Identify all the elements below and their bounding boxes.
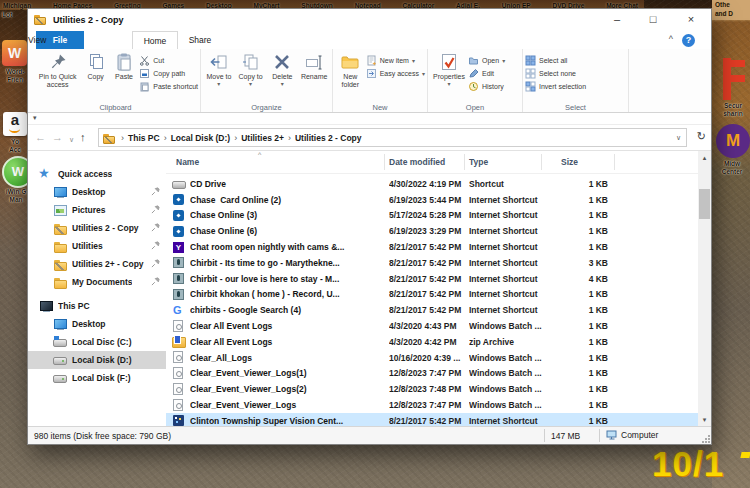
crumb-separator: › [288,133,291,143]
table-row[interactable]: CD Drive 4/30/2022 4:19 PM Shortcut 1 KB [166,176,698,192]
easy-access-button[interactable]: Easy access▾ [366,67,425,80]
help-icon[interactable]: ? [682,34,695,47]
customize-toolbar-icon[interactable]: ▾ [33,114,37,122]
amazon-icon[interactable] [3,112,27,136]
delete-button[interactable]: Delete▾ [267,51,299,89]
sidebar-item[interactable]: Pictures [28,201,166,219]
rename-button[interactable]: Rename [298,51,330,81]
paste-button[interactable]: Paste [109,51,139,81]
column-header-type[interactable]: Type [469,157,488,167]
table-row[interactable]: Chirbit khokan ( home ) - Record, U... 8… [166,287,698,303]
sidebar-item[interactable]: Local Disk (D:) [28,351,166,369]
new-folder-button[interactable]: New folder [335,51,366,90]
collapse-ribbon-icon[interactable]: ^ [669,34,673,44]
desktop-corner-label[interactable]: Othe and D [712,0,750,20]
group-label-clipboard: Clipboard [31,103,200,112]
words-with-friends-icon[interactable] [2,40,27,66]
file-date-modified: 8/21/2017 5:42 PM [389,242,469,252]
scroll-down-icon[interactable]: ▾ [698,413,711,426]
ribbon-tab[interactable]: Share [178,31,222,49]
sidebar-item[interactable]: Quick access [28,165,166,183]
column-divider[interactable] [384,154,385,170]
sidebar-item[interactable]: My Documents [28,273,166,291]
address-bar[interactable]: › This PC › Local Disk (D:) › [98,128,687,147]
column-divider[interactable] [541,154,542,170]
copy-path-button[interactable]: Copy path [139,67,198,80]
select-all-button[interactable]: Select all [525,54,586,67]
table-row[interactable]: Clear_Event_Viewer_Logs(1) 12/8/2023 7:4… [166,366,698,382]
file-icon [172,304,185,317]
recent-locations-icon[interactable]: ∨ [69,133,74,147]
table-row[interactable]: Chirbit - our love is here to stay - M..… [166,271,698,287]
open-button[interactable]: Open▾ [468,54,505,67]
titlebar[interactable]: Utilities 2 - Copy – □ × [28,9,711,31]
table-row[interactable]: Chat room open nightly with cams &... 8/… [166,239,698,255]
table-row[interactable]: Clear_All_Logs 10/16/2020 4:39 ... Windo… [166,350,698,366]
sidebar-item[interactable]: Utilities 2 - Copy [28,219,166,237]
properties-button[interactable]: Properties▾ [430,51,468,89]
properties-icon [439,52,459,72]
desktop-partial-label[interactable]: Lot [2,11,12,19]
back-button[interactable]: ← [35,130,46,144]
edit-button[interactable]: Edit [468,67,505,80]
copy-button[interactable]: Copy [82,51,109,81]
secure-sharing-icon[interactable] [723,58,750,100]
midway-icon[interactable] [716,124,750,158]
file-size: 1 KB [544,179,608,189]
group-label-select: Select [523,103,628,112]
vertical-scrollbar[interactable]: ▴ ▾ [698,151,711,426]
table-row[interactable]: Clear All Event Logs 4/3/2020 4:43 PM Wi… [166,318,698,334]
forward-button[interactable]: → [52,130,63,144]
breadcrumb-item[interactable]: This PC › [128,133,171,143]
scroll-up-icon[interactable]: ▴ [698,151,711,164]
table-row[interactable]: Chirbit - Its time to go - Marythekne...… [166,255,698,271]
table-row[interactable]: Clear All Event Logs 4/3/2020 4:42 PM zi… [166,334,698,350]
column-header-size[interactable]: Size [561,157,578,167]
sidebar-item[interactable]: Local Disk (F:) [28,369,166,387]
table-row[interactable]: chirbits - Google Search (4) 8/21/2017 5… [166,302,698,318]
sidebar-item[interactable]: Utilities 2+ - Copy [28,255,166,273]
select-none-button[interactable]: Select none [525,67,586,80]
sidebar-item[interactable]: Local Disc (C:) [28,333,166,351]
address-dropdown-icon[interactable]: ∨ [676,134,681,142]
column-divider[interactable] [614,154,615,170]
resize-grip[interactable] [702,435,710,443]
history-button[interactable]: History [468,80,505,93]
column-header-name[interactable]: Name [176,157,199,167]
table-row[interactable]: Clinton Township Super Vision Cent... 8/… [166,413,698,426]
table-row[interactable]: Chase Online (3) 5/17/2024 5:28 PM Inter… [166,208,698,224]
sidebar-item[interactable]: This PC [28,297,166,315]
file-name: Chat room open nightly with cams &... [190,242,382,252]
maximize-button[interactable]: □ [635,9,671,30]
up-button[interactable]: ↑ [80,130,86,144]
scrollbar-thumb[interactable] [699,189,710,219]
minimize-button[interactable]: – [599,9,635,30]
table-row[interactable]: Clear_Event_Viewer_Logs 12/8/2023 7:47 P… [166,397,698,413]
table-row[interactable]: Chase Online (6) 6/19/2023 3:29 PM Inter… [166,223,698,239]
column-divider[interactable] [464,154,465,170]
sidebar-item[interactable]: Desktop [28,315,166,333]
refresh-icon[interactable]: ↻ [697,130,706,143]
sidebar-item[interactable]: Utilities [28,237,166,255]
breadcrumb-item[interactable]: Utilities 2 - Copy › [295,133,362,143]
copy-to-button[interactable]: Copy to▾ [235,51,267,89]
paste-shortcut-button[interactable]: Paste shortcut [139,80,198,93]
new-item-button[interactable]: New item▾ [366,54,425,67]
breadcrumb-item[interactable]: Local Disk (D:) › [171,133,242,143]
breadcrumb-item[interactable]: Utilities 2+ › [241,133,295,143]
move-to-button[interactable]: Move to▾ [203,51,235,89]
sidebar-item[interactable]: Desktop [28,183,166,201]
close-button[interactable]: × [673,9,709,30]
file-size: 3 KB [544,258,608,268]
invert-selection-button[interactable]: Invert selection [525,80,586,93]
table-row[interactable]: Clear_Event_Viewer_Logs(2) 12/8/2023 7:4… [166,381,698,397]
ribbon-tab[interactable]: Home [132,31,178,49]
pin-to-quick-access-button[interactable]: Pin to Quick access [33,51,82,90]
file-icon [172,193,185,206]
ribbon-tab[interactable]: View [28,31,46,49]
cut-button[interactable]: Cut [139,54,198,67]
column-header-date-modified[interactable]: Date modified [389,157,445,167]
address-folder-icon [103,133,115,143]
table-row[interactable]: Chase Card Online (2) 6/19/2023 5:44 PM … [166,192,698,208]
status-divider [544,429,545,442]
